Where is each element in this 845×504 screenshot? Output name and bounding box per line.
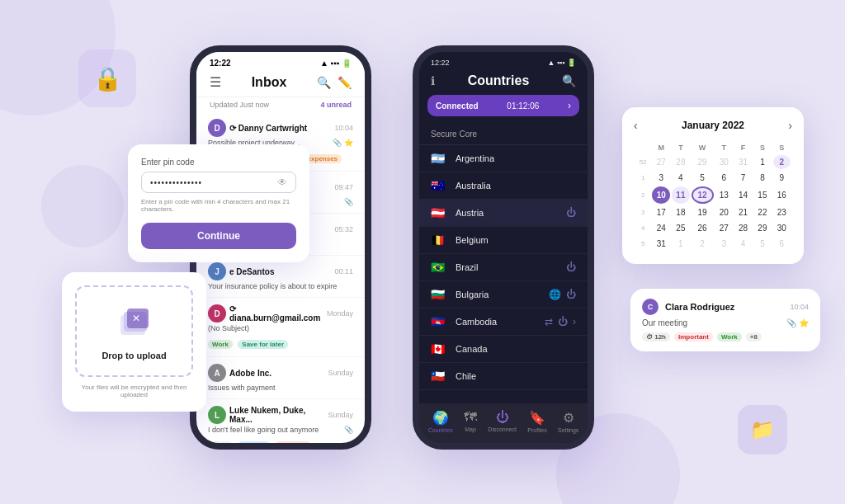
calendar-row: 1 3 4 5 6 7 8 9 (635, 171, 791, 185)
calendar-day[interactable]: 5 (753, 237, 771, 251)
nav-countries[interactable]: 🌍 Countries (428, 410, 453, 433)
country-item[interactable]: 🇨🇱 Chile (419, 363, 588, 390)
menu-icon[interactable]: ☰ (210, 74, 221, 90)
search-icon[interactable]: 🔍 (317, 76, 331, 89)
country-item[interactable]: 🇦🇺 Australia (419, 172, 588, 200)
notification-tags: ⏱ 12h Important Work +8 (642, 332, 809, 341)
vpn-bottom-nav: 🌍 Countries 🗺 Map ⏻ Disconnect 🔖 Profile… (419, 403, 588, 443)
calendar-day[interactable]: 30 (773, 221, 791, 235)
calendar-day[interactable]: 2 (692, 237, 714, 251)
vpn-search-icon[interactable]: 🔍 (562, 74, 576, 87)
calendar-day-today[interactable]: 10 (652, 186, 670, 204)
calendar-day[interactable]: 31 (652, 237, 670, 251)
upload-icon: ✕ (85, 299, 183, 346)
calendar-prev-button[interactable]: ‹ (634, 119, 638, 132)
calendar-next-button[interactable]: › (788, 119, 792, 132)
calendar-day[interactable]: 30 (715, 155, 733, 169)
calendar-day[interactable]: 3 (715, 237, 733, 251)
drop-upload-area[interactable]: ✕ Drop to upload (75, 285, 193, 377)
calendar-day[interactable]: 15 (753, 186, 771, 204)
calendar-day[interactable]: 12 (692, 186, 714, 204)
avatar: A (208, 364, 226, 382)
calendar-day[interactable]: 28 (734, 221, 752, 235)
calendar-day[interactable]: 27 (715, 221, 733, 235)
globe-icon[interactable]: 🌐 (549, 289, 561, 300)
calendar-day[interactable]: 17 (652, 205, 670, 219)
calendar-day[interactable]: 29 (692, 155, 714, 169)
avatar: J (208, 262, 226, 280)
chevron-right-camb[interactable]: › (573, 316, 576, 327)
calendar-day[interactable]: 4 (734, 237, 752, 251)
calendar-day[interactable]: 22 (753, 205, 771, 219)
calendar-day[interactable]: 8 (753, 171, 771, 185)
calendar-day[interactable]: 3 (652, 171, 670, 185)
pin-input-row[interactable]: •••••••••••••• 👁 (141, 172, 296, 193)
pin-dots: •••••••••••••• (150, 178, 277, 187)
email-sender: e DeSantos (229, 267, 274, 276)
country-item[interactable]: 🇰🇭 Cambodia ⇄ ⏻ › (419, 309, 588, 336)
connected-time: 01:12:06 (507, 101, 539, 111)
power-icon-bulg[interactable]: ⏻ (566, 289, 576, 300)
tag-plus: +8 (746, 332, 762, 341)
country-item[interactable]: 🇦🇹 Austria ⏻ (419, 200, 588, 227)
nav-disconnect[interactable]: ⏻ Disconnect (488, 410, 517, 433)
calendar-day[interactable]: 9 (773, 171, 791, 185)
calendar-day[interactable]: 5 (692, 171, 714, 185)
calendar-day[interactable]: 18 (672, 205, 689, 219)
calendar-day[interactable]: 16 (773, 186, 791, 204)
calendar-day[interactable]: 27 (652, 155, 670, 169)
country-item[interactable]: 🇦🇷 Argentina (419, 145, 588, 172)
nav-settings[interactable]: ⚙ Settings (558, 410, 578, 433)
power-icon[interactable]: ⏻ (566, 207, 576, 219)
calendar-day[interactable]: 23 (773, 205, 791, 219)
email-time: 10:04 (334, 124, 353, 132)
calendar-day[interactable]: 14 (734, 186, 752, 204)
continue-button[interactable]: Continue (141, 223, 296, 249)
country-item[interactable]: 🇧🇷 Brazil ⏻ (419, 254, 588, 281)
unread-badge: 4 unread (320, 101, 352, 109)
notification-subject: Our meeting 📎 ⭐ (642, 318, 809, 327)
calendar-row: 2 10 11 12 13 14 15 16 (635, 186, 791, 204)
email-item[interactable]: A Adobe Inc. Sunday Issues with payment (196, 357, 365, 399)
power-icon-brazil[interactable]: ⏻ (566, 261, 576, 273)
profiles-nav-icon: 🔖 (529, 410, 545, 426)
calendar-day[interactable]: 26 (692, 221, 714, 235)
calendar-day[interactable]: 1 (672, 237, 689, 251)
calendar-day[interactable]: 6 (715, 171, 733, 185)
calendar-day[interactable]: 6 (773, 237, 791, 251)
calendar-day[interactable]: 1 (753, 155, 771, 169)
calendar-day[interactable]: 11 (672, 186, 689, 204)
email-subject: Issues with payment (208, 384, 353, 392)
calendar-day[interactable]: 19 (692, 205, 714, 219)
updated-text: Updated Just now (210, 101, 269, 109)
country-item[interactable]: 🇧🇬 Bulgaria 🌐 ⏻ (419, 281, 588, 309)
email-item[interactable]: D ⟳ diana.burn@gmail.com Monday (No Subj… (196, 298, 365, 357)
flag-belgium: 🇧🇪 (431, 233, 449, 247)
calendar-day[interactable]: 20 (715, 205, 733, 219)
country-item[interactable]: 🇨🇦 Canada (419, 336, 588, 363)
country-name: Brazil (456, 262, 566, 272)
calendar-day[interactable]: 28 (672, 155, 689, 169)
notification-sender-name: Clara Rodriguez (665, 302, 734, 312)
calendar-row: 4 24 25 26 27 28 29 30 (635, 221, 791, 235)
power-icon-camb[interactable]: ⏻ (558, 316, 568, 327)
calendar-day[interactable]: 21 (734, 205, 752, 219)
eye-icon[interactable]: 👁 (277, 177, 287, 188)
calendar-day[interactable]: 29 (753, 221, 771, 235)
calendar-day[interactable]: 2 (773, 155, 791, 169)
calendar-day[interactable]: 25 (672, 221, 689, 235)
calendar-day[interactable]: 7 (734, 171, 752, 185)
vpn-title: Countries (435, 73, 562, 88)
calendar-day[interactable]: 31 (734, 155, 752, 169)
email-item[interactable]: L Luke Nukem, Duke, Max... Sunday I don'… (196, 399, 365, 450)
nav-map[interactable]: 🗺 Map (464, 410, 477, 433)
nav-profiles-label: Profiles (527, 427, 546, 433)
calendar-day[interactable]: 13 (715, 186, 733, 204)
sync-icon[interactable]: ⇄ (545, 316, 553, 327)
country-item[interactable]: 🇧🇪 Belgium (419, 227, 588, 254)
compose-icon[interactable]: ✏️ (338, 76, 352, 89)
week-num: 52 (635, 155, 650, 169)
nav-profiles[interactable]: 🔖 Profiles (527, 410, 546, 433)
calendar-day[interactable]: 4 (672, 171, 689, 185)
calendar-day[interactable]: 24 (652, 221, 670, 235)
